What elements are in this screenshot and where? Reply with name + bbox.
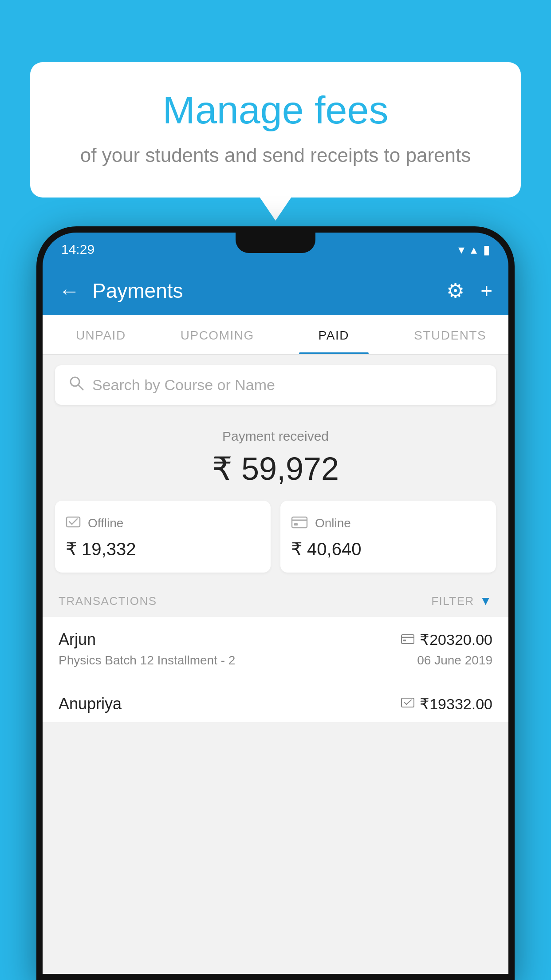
phone-screen: Search by Course or Name Payment receive…: [43, 355, 508, 980]
offline-payment-card: Offline ₹ 19,332: [55, 501, 271, 573]
svg-rect-2: [67, 517, 80, 527]
online-payment-card: Online ₹ 40,640: [280, 501, 496, 573]
svg-rect-8: [401, 635, 414, 644]
offline-amount: ₹ 19,332: [66, 539, 260, 559]
svg-rect-10: [403, 640, 406, 641]
transaction-amount-row: ₹20320.00: [401, 631, 492, 648]
tab-upcoming[interactable]: UPCOMING: [159, 315, 276, 354]
payment-cards: Offline ₹ 19,332 Onli: [55, 501, 496, 573]
transaction-name-2: Anupriya: [59, 695, 122, 713]
payment-total-amount: ₹ 59,972: [55, 450, 496, 487]
svg-rect-5: [292, 517, 307, 528]
offline-payment-icon: [401, 696, 414, 711]
offline-label: Offline: [88, 516, 123, 530]
transaction-row-bottom: Physics Batch 12 Installment - 2 06 June…: [59, 653, 492, 668]
headline-title: Manage fees: [66, 89, 485, 132]
filter-button[interactable]: FILTER ▼: [431, 594, 492, 608]
svg-line-4: [72, 519, 77, 524]
phone-frame: 14:29 ▾ ▴ ▮ ← Payments ⚙ + UNPAID UPCOMI…: [36, 226, 515, 980]
status-time: 14:29: [61, 242, 94, 257]
search-bar[interactable]: Search by Course or Name: [55, 365, 496, 405]
status-bar: 14:29 ▾ ▴ ▮: [43, 233, 508, 266]
transaction-amount-2: ₹19332.00: [420, 695, 492, 713]
payment-received-label: Payment received: [55, 429, 496, 444]
online-amount: ₹ 40,640: [291, 539, 485, 559]
tab-unpaid[interactable]: UNPAID: [43, 315, 159, 354]
transactions-label: TRANSACTIONS: [59, 594, 157, 608]
table-row[interactable]: Anupriya ₹19332.00: [43, 681, 508, 722]
online-label: Online: [315, 516, 351, 530]
online-payment-icon: [401, 632, 414, 647]
notch: [236, 233, 315, 253]
transaction-row-top: Arjun ₹20320.00: [59, 630, 492, 649]
online-icon: [291, 514, 308, 533]
search-icon: [68, 375, 84, 395]
back-button[interactable]: ←: [59, 279, 80, 303]
add-icon[interactable]: +: [480, 279, 492, 303]
transaction-amount: ₹20320.00: [420, 631, 492, 648]
transaction-course: Physics Batch 12 Installment - 2: [59, 653, 235, 668]
page-title: Payments: [92, 279, 434, 303]
tab-students[interactable]: STUDENTS: [392, 315, 509, 354]
transaction-row-top-2: Anupriya ₹19332.00: [59, 695, 492, 713]
payment-summary: Payment received ₹ 59,972 Offline: [43, 415, 508, 583]
svg-line-13: [406, 700, 411, 704]
status-icons: ▾ ▴ ▮: [458, 242, 490, 257]
tab-paid[interactable]: PAID: [276, 315, 392, 354]
headline-subtitle: of your students and send receipts to pa…: [66, 144, 485, 166]
tabs-bar: UNPAID UPCOMING PAID STUDENTS: [43, 315, 508, 355]
battery-icon: ▮: [483, 242, 490, 257]
svg-line-3: [69, 522, 72, 524]
offline-card-header: Offline: [66, 514, 260, 533]
svg-line-1: [78, 385, 83, 390]
search-input[interactable]: Search by Course or Name: [92, 376, 483, 394]
transaction-name: Arjun: [59, 630, 96, 649]
transaction-amount-row-2: ₹19332.00: [401, 695, 492, 713]
offline-icon: [66, 514, 81, 533]
online-card-header: Online: [291, 514, 485, 533]
filter-icon: ▼: [480, 594, 492, 608]
filter-label: FILTER: [431, 594, 474, 608]
transactions-list: Arjun ₹20320.00 Physics Batch 1: [43, 617, 508, 722]
settings-icon[interactable]: ⚙: [446, 279, 464, 303]
svg-line-12: [404, 702, 406, 704]
transaction-date: 06 June 2019: [417, 653, 492, 668]
speech-bubble-container: Manage fees of your students and send re…: [30, 62, 521, 198]
app-bar: ← Payments ⚙ +: [43, 266, 508, 315]
transactions-header: TRANSACTIONS FILTER ▼: [43, 583, 508, 617]
signal-icon: ▴: [471, 242, 477, 257]
app-bar-actions: ⚙ +: [446, 279, 492, 303]
speech-bubble: Manage fees of your students and send re…: [30, 62, 521, 198]
svg-rect-7: [294, 523, 298, 526]
search-bar-container: Search by Course or Name: [43, 355, 508, 415]
table-row[interactable]: Arjun ₹20320.00 Physics Batch 1: [43, 617, 508, 681]
wifi-icon: ▾: [458, 242, 464, 257]
